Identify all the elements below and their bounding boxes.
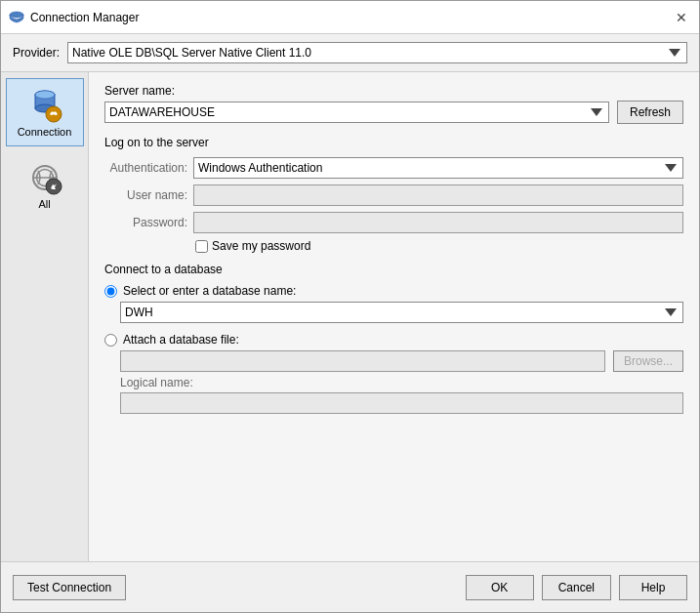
- cancel-button[interactable]: Cancel: [542, 575, 611, 600]
- attach-file-input[interactable]: [120, 350, 605, 372]
- select-db-label[interactable]: Select or enter a database name:: [123, 284, 296, 298]
- logical-name-label: Logical name:: [120, 376, 683, 389]
- username-input[interactable]: [193, 184, 683, 206]
- save-password-row: Save my password: [104, 239, 683, 253]
- select-db-radio[interactable]: [104, 285, 117, 298]
- auth-label: Authentication:: [104, 161, 187, 175]
- server-name-select[interactable]: DATAWAREHOUSE: [104, 102, 609, 123]
- svg-point-0: [10, 12, 23, 18]
- logon-section-header: Log on to the server: [104, 136, 683, 149]
- all-icon: [26, 159, 63, 196]
- password-row: Password:: [104, 212, 683, 233]
- auth-select[interactable]: Windows Authentication: [193, 157, 683, 179]
- username-row: User name:: [104, 184, 683, 206]
- save-password-checkbox[interactable]: [195, 240, 208, 253]
- sidebar-item-all[interactable]: All: [6, 150, 84, 219]
- server-name-label: Server name:: [104, 84, 683, 98]
- test-connection-button[interactable]: Test Connection: [13, 575, 126, 600]
- server-name-input-row: DATAWAREHOUSE Refresh: [104, 101, 683, 124]
- sidebar-item-connection[interactable]: Connection: [6, 78, 84, 146]
- sidebar-all-label: All: [38, 198, 50, 210]
- auth-row: Authentication: Windows Authentication: [104, 157, 683, 179]
- db-select-row: DWH: [104, 302, 683, 323]
- provider-select[interactable]: Native OLE DB\SQL Server Native Client 1…: [67, 42, 687, 63]
- footer-right: OK Cancel Help: [466, 575, 687, 600]
- form-panel: Server name: DATAWAREHOUSE Refresh Log o…: [89, 72, 699, 561]
- sidebar: Connection All: [1, 72, 89, 561]
- footer: Test Connection OK Cancel Help: [1, 561, 699, 612]
- refresh-button[interactable]: Refresh: [617, 101, 683, 124]
- logical-name-input[interactable]: [120, 392, 683, 414]
- attach-db-label[interactable]: Attach a database file:: [123, 333, 239, 347]
- title-bar-left: Connection Manager: [9, 10, 139, 25]
- password-input[interactable]: [193, 212, 683, 233]
- connection-icon: [26, 87, 63, 124]
- ok-button[interactable]: OK: [466, 575, 534, 600]
- username-label: User name:: [104, 188, 187, 202]
- attach-row: Browse...: [104, 350, 683, 372]
- password-label: Password:: [104, 216, 187, 229]
- main-content: Connection All: [1, 72, 699, 561]
- save-password-label[interactable]: Save my password: [212, 239, 310, 253]
- attach-radio-row: Attach a database file:: [104, 333, 683, 347]
- help-button[interactable]: Help: [619, 575, 687, 600]
- connection-manager-window: Connection Manager ✕ Provider: Native OL…: [0, 0, 700, 613]
- attach-db-radio[interactable]: [104, 334, 117, 347]
- server-name-group: Server name: DATAWAREHOUSE Refresh: [104, 84, 683, 124]
- window-icon: [9, 10, 24, 25]
- connect-db-header: Connect to a database: [104, 263, 683, 276]
- db-name-select[interactable]: DWH: [120, 302, 683, 323]
- connect-db-section: Connect to a database Select or enter a …: [104, 263, 683, 414]
- select-db-radio-row: Select or enter a database name:: [104, 284, 683, 298]
- provider-label: Provider:: [13, 46, 60, 60]
- close-button[interactable]: ✕: [672, 8, 691, 27]
- window-title: Connection Manager: [30, 11, 139, 24]
- title-bar: Connection Manager ✕: [1, 1, 699, 34]
- sidebar-connection-label: Connection: [18, 126, 72, 138]
- browse-button[interactable]: Browse...: [613, 350, 683, 372]
- provider-row: Provider: Native OLE DB\SQL Server Nativ…: [1, 34, 699, 72]
- logical-name-row: Logical name:: [104, 376, 683, 414]
- svg-point-4: [35, 91, 55, 99]
- footer-left: Test Connection: [13, 575, 126, 600]
